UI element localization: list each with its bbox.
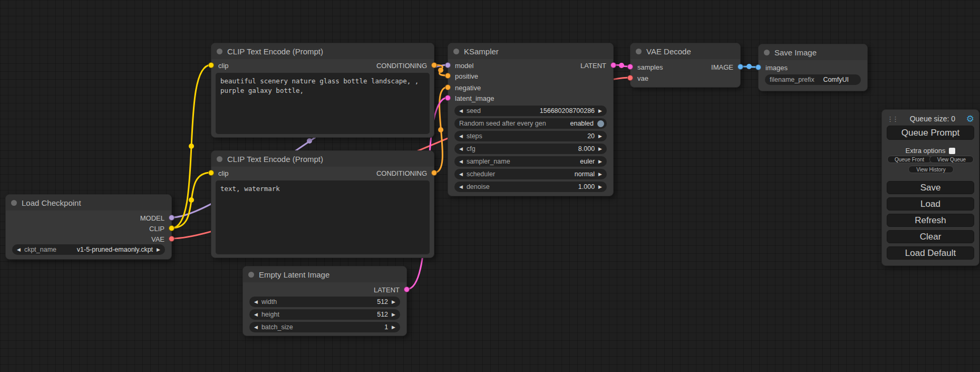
node-header[interactable]: Empty Latent Image: [243, 266, 406, 282]
slot-label: images: [765, 64, 788, 72]
collapse-dot-icon[interactable]: [11, 200, 17, 206]
widget-sampler-name[interactable]: ◀ sampler_name euler ▶: [454, 156, 607, 167]
queue-front-button[interactable]: Queue Front: [887, 156, 932, 163]
node-load-checkpoint[interactable]: Load Checkpoint MODEL CLIP VAE ◀ ckpt_na…: [5, 194, 172, 260]
arrow-left-icon[interactable]: ◀: [254, 309, 258, 320]
node-header[interactable]: CLIP Text Encode (Prompt): [211, 43, 434, 59]
widget-value: euler: [580, 158, 595, 165]
node-header[interactable]: VAE Decode: [630, 43, 740, 59]
widget-label: cfg: [467, 145, 476, 152]
slot-dot-latent[interactable]: [610, 62, 616, 68]
arrow-right-icon[interactable]: ▶: [598, 106, 602, 116]
menu-header: ⋮⋮ Queue size: 0 ⚙: [887, 113, 974, 124]
arrow-right-icon[interactable]: ▶: [598, 169, 602, 179]
arrow-left-icon[interactable]: ◀: [17, 244, 21, 255]
node-clip-text-encode-negative[interactable]: CLIP Text Encode (Prompt) clip CONDITION…: [211, 150, 434, 258]
clear-button[interactable]: Clear: [887, 230, 974, 243]
arrow-left-icon[interactable]: ◀: [254, 297, 258, 307]
widget-label: filename_prefix: [770, 76, 814, 83]
widget-value: enabled: [570, 120, 594, 127]
widget-width[interactable]: ◀ width 512 ▶: [249, 297, 400, 307]
refresh-button[interactable]: Refresh: [887, 214, 974, 227]
arrow-right-icon[interactable]: ▶: [392, 322, 395, 332]
extra-options-checkbox[interactable]: [949, 148, 955, 154]
load-default-button[interactable]: Load Default: [887, 246, 974, 260]
slot-dot-conditioning[interactable]: [431, 62, 437, 68]
slot-dot-latent[interactable]: [404, 287, 410, 292]
slot-dot-vae[interactable]: [627, 75, 633, 81]
widget-height[interactable]: ◀ height 512 ▶: [249, 309, 400, 320]
node-header[interactable]: KSampler: [448, 43, 613, 59]
output-slot-conditioning: CONDITIONING: [211, 168, 434, 178]
view-history-button[interactable]: View History: [908, 166, 954, 173]
prompt-textarea[interactable]: beautiful scenery nature glass bottle la…: [216, 73, 430, 134]
widget-seed[interactable]: ◀ seed 156680208700286 ▶: [454, 106, 607, 116]
widget-value: 512: [377, 311, 388, 318]
node-header[interactable]: Load Checkpoint: [6, 195, 171, 211]
collapse-dot-icon[interactable]: [217, 156, 222, 162]
queue-prompt-button[interactable]: Queue Prompt: [887, 126, 974, 140]
arrow-right-icon[interactable]: ▶: [392, 309, 395, 320]
link-dot: [619, 63, 624, 68]
node-canvas[interactable]: Load Checkpoint MODEL CLIP VAE ◀ ckpt_na…: [0, 0, 980, 372]
arrow-right-icon[interactable]: ▶: [598, 182, 602, 192]
node-vae-decode[interactable]: VAE Decode samples IMAGE vae: [630, 43, 741, 88]
slot-dot-conditioning[interactable]: [445, 84, 451, 90]
arrow-left-icon[interactable]: ◀: [459, 169, 463, 179]
drag-handle-icon[interactable]: ⋮⋮: [887, 115, 899, 123]
arrow-right-icon[interactable]: ▶: [598, 156, 602, 167]
widget-batch-size[interactable]: ◀ batch_size 1 ▶: [249, 322, 400, 332]
collapse-dot-icon[interactable]: [453, 49, 459, 54]
widget-denoise[interactable]: ◀ denoise 1.000 ▶: [454, 182, 607, 192]
save-button[interactable]: Save: [887, 181, 974, 194]
collapse-dot-icon[interactable]: [764, 50, 770, 55]
load-button[interactable]: Load: [887, 197, 974, 211]
node-title: CLIP Text Encode (Prompt): [227, 155, 323, 164]
comfy-menu-panel[interactable]: ⋮⋮ Queue size: 0 ⚙ Queue Prompt Extra op…: [881, 109, 979, 266]
slot-label: CONDITIONING: [376, 169, 427, 177]
arrow-right-icon[interactable]: ▶: [598, 131, 602, 141]
collapse-dot-icon[interactable]: [248, 272, 254, 278]
widget-steps[interactable]: ◀ steps 20 ▶: [454, 131, 607, 141]
slot-dot-latent[interactable]: [445, 95, 451, 101]
slot-dot-image[interactable]: [755, 64, 761, 70]
slot-dot-model[interactable]: [169, 215, 174, 221]
node-header[interactable]: CLIP Text Encode (Prompt): [211, 151, 434, 167]
widget-filename-prefix[interactable]: filename_prefix ComfyUI: [765, 74, 861, 85]
arrow-left-icon[interactable]: ◀: [459, 156, 463, 167]
prompt-textarea[interactable]: text, watermark: [216, 180, 430, 254]
arrow-right-icon[interactable]: ▶: [392, 297, 395, 307]
slot-dot-conditioning[interactable]: [445, 73, 451, 79]
slot-label: CONDITIONING: [376, 62, 427, 70]
slot-dot-image[interactable]: [738, 64, 743, 70]
arrow-left-icon[interactable]: ◀: [459, 144, 463, 154]
node-clip-text-encode-positive[interactable]: CLIP Text Encode (Prompt) clip CONDITION…: [211, 43, 434, 138]
settings-gear-icon[interactable]: ⚙: [966, 115, 974, 123]
collapse-dot-icon[interactable]: [636, 49, 642, 54]
view-queue-button[interactable]: View Queue: [929, 156, 974, 163]
widget-random-seed-toggle[interactable]: Random seed after every gen enabled: [454, 118, 607, 129]
collapse-dot-icon[interactable]: [217, 49, 222, 54]
input-slot-negative: negative: [448, 82, 613, 93]
node-save-image[interactable]: Save Image images filename_prefix ComfyU…: [758, 44, 868, 91]
slot-dot-vae[interactable]: [169, 236, 174, 242]
node-title: VAE Decode: [646, 47, 691, 56]
toggle-dot[interactable]: [597, 120, 604, 127]
arrow-left-icon[interactable]: ◀: [459, 106, 463, 116]
node-title: KSampler: [464, 47, 499, 56]
widget-ckpt-name[interactable]: ◀ ckpt_name v1-5-pruned-emaonly.ckpt ▶: [12, 244, 165, 255]
arrow-left-icon[interactable]: ◀: [459, 182, 463, 192]
arrow-left-icon[interactable]: ◀: [459, 131, 463, 141]
node-empty-latent-image[interactable]: Empty Latent Image LATENT ◀ width 512 ▶ …: [242, 266, 407, 336]
node-title: Load Checkpoint: [22, 198, 81, 207]
arrow-right-icon[interactable]: ▶: [157, 244, 160, 255]
widget-value: 156680208700286: [540, 107, 595, 115]
slot-dot-clip[interactable]: [169, 225, 174, 231]
node-header[interactable]: Save Image: [759, 44, 867, 60]
widget-cfg[interactable]: ◀ cfg 8.000 ▶: [454, 144, 607, 154]
arrow-left-icon[interactable]: ◀: [254, 322, 258, 332]
node-ksampler[interactable]: KSampler model LATENT positive negative …: [448, 43, 614, 196]
slot-dot-conditioning[interactable]: [431, 170, 437, 176]
widget-scheduler[interactable]: ◀ scheduler normal ▶: [454, 169, 607, 179]
arrow-right-icon[interactable]: ▶: [598, 144, 602, 154]
